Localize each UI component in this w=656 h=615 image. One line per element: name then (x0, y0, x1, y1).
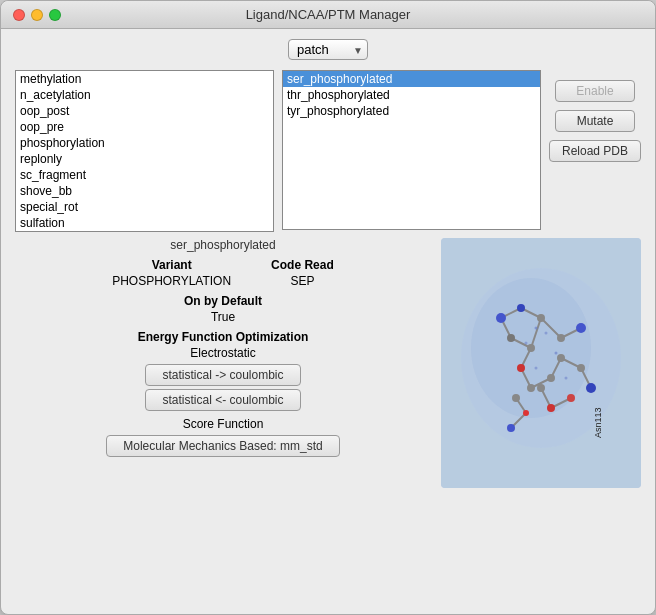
svg-point-38 (512, 394, 520, 402)
svg-point-41 (525, 342, 528, 345)
close-button[interactable] (13, 9, 25, 21)
list-item[interactable]: tyr_phosphorylated (283, 103, 540, 119)
maximize-button[interactable] (49, 9, 61, 21)
svg-point-33 (527, 384, 535, 392)
patch-dropdown[interactable]: patch ligand NCAA PTM (288, 39, 368, 60)
code-read-value: SEP (290, 274, 314, 288)
selected-patch-name: ser_phosphorylated (15, 238, 431, 252)
patch-dropdown-wrapper: patch ligand NCAA PTM ▼ (288, 39, 368, 60)
svg-point-42 (555, 352, 558, 355)
statistical-coulombic-button[interactable]: statistical -> coulombic (145, 364, 300, 386)
energy-function-header: Energy Function Optimization (15, 330, 431, 344)
svg-point-21 (517, 304, 525, 312)
list-item[interactable]: phosphorylation (16, 135, 273, 151)
info-left-panel: ser_phosphorylated Variant PHOSPHORYLATI… (15, 238, 431, 604)
svg-point-30 (557, 334, 565, 342)
title-bar: Ligand/NCAA/PTM Manager (1, 1, 655, 29)
variant-col: Variant PHOSPHORYLATION (112, 258, 231, 288)
svg-point-27 (567, 394, 575, 402)
list-item[interactable]: thr_phosphorylated (283, 87, 540, 103)
molecule-svg: Asn113 (441, 238, 641, 488)
mutate-button[interactable]: Mutate (555, 110, 635, 132)
mm-std-row: Molecular Mechanics Based: mm_std (15, 435, 431, 457)
code-read-col: Code Read SEP (271, 258, 334, 288)
lists-and-buttons: methylation n_acetylation oop_post oop_p… (15, 70, 641, 232)
svg-point-44 (565, 377, 568, 380)
mm-std-button[interactable]: Molecular Mechanics Based: mm_std (106, 435, 339, 457)
coulombic-statistical-row: statistical <- coulombic (15, 389, 431, 411)
svg-point-22 (576, 323, 586, 333)
coulombic-statistical-button[interactable]: statistical <- coulombic (145, 389, 300, 411)
svg-point-23 (586, 383, 596, 393)
score-function-label: Score Function (15, 417, 431, 431)
svg-point-36 (577, 364, 585, 372)
main-window: Ligand/NCAA/PTM Manager patch ligand NCA… (0, 0, 656, 615)
list-item[interactable]: n_acetylation (16, 87, 273, 103)
svg-point-28 (523, 410, 529, 416)
svg-point-31 (527, 344, 535, 352)
statistical-coulombic-row: statistical -> coulombic (15, 364, 431, 386)
list-item[interactable]: oop_post (16, 103, 273, 119)
variant-table: Variant PHOSPHORYLATION Code Read SEP (15, 258, 431, 288)
electrostatic-label: Electrostatic (15, 346, 431, 360)
svg-point-40 (545, 332, 548, 335)
svg-point-37 (537, 384, 545, 392)
svg-point-34 (547, 374, 555, 382)
list-item-selected[interactable]: ser_phosphorylated (283, 71, 540, 87)
list-item[interactable]: sulfation (16, 215, 273, 231)
enable-button[interactable]: Enable (555, 80, 635, 102)
on-by-default-header: On by Default (15, 294, 431, 308)
info-section: ser_phosphorylated Variant PHOSPHORYLATI… (15, 238, 641, 604)
svg-point-24 (507, 424, 515, 432)
right-list[interactable]: ser_phosphorylated thr_phosphorylated ty… (282, 70, 541, 230)
on-by-default-value: True (15, 310, 431, 324)
list-item[interactable]: special_rot (16, 199, 273, 215)
svg-point-20 (496, 313, 506, 323)
minimize-button[interactable] (31, 9, 43, 21)
list-item[interactable]: oop_pre (16, 119, 273, 135)
main-content: patch ligand NCAA PTM ▼ methylation n_ac… (1, 29, 655, 614)
svg-point-39 (535, 327, 538, 330)
svg-point-29 (537, 314, 545, 322)
variant-value: PHOSPHORYLATION (112, 274, 231, 288)
list-item[interactable]: replonly (16, 151, 273, 167)
variant-header: Variant (152, 258, 192, 272)
svg-text:Asn113: Asn113 (593, 407, 603, 438)
left-list[interactable]: methylation n_acetylation oop_post oop_p… (15, 70, 274, 232)
list-item[interactable]: sc_fragment (16, 167, 273, 183)
svg-point-43 (535, 367, 538, 370)
list-item[interactable]: methylation (16, 71, 273, 87)
list-item[interactable]: shove_bb (16, 183, 273, 199)
dropdown-row: patch ligand NCAA PTM ▼ (15, 39, 641, 60)
traffic-lights (13, 9, 61, 21)
svg-point-35 (557, 354, 565, 362)
svg-point-32 (507, 334, 515, 342)
action-buttons: Enable Mutate Reload PDB (549, 70, 641, 162)
code-read-header: Code Read (271, 258, 334, 272)
molecule-visualization: Asn113 (441, 238, 641, 488)
svg-point-25 (517, 364, 525, 372)
reload-pdb-button[interactable]: Reload PDB (549, 140, 641, 162)
window-title: Ligand/NCAA/PTM Manager (246, 7, 411, 22)
svg-point-26 (547, 404, 555, 412)
